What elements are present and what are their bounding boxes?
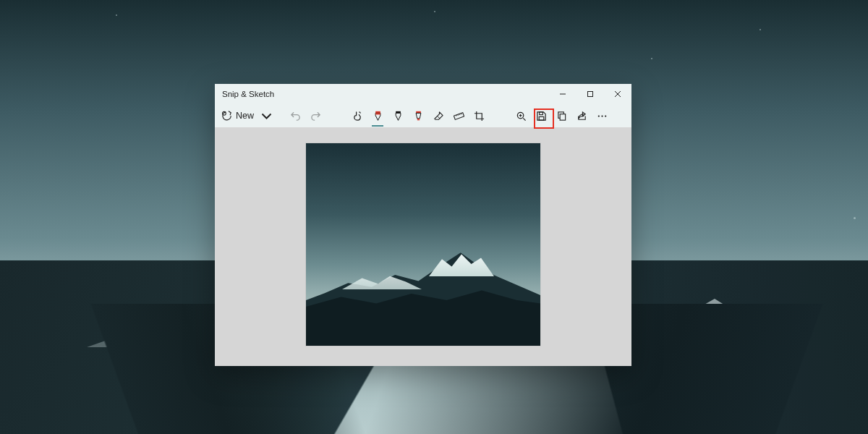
new-snip-label: New (236, 111, 254, 121)
more-icon (597, 111, 608, 122)
minimize-button[interactable] (549, 84, 576, 104)
captured-snip-image[interactable] (306, 143, 540, 346)
active-tool-underline (372, 125, 383, 127)
window-controls (549, 84, 631, 104)
svg-rect-7 (454, 112, 464, 119)
maximize-button[interactable] (576, 84, 604, 104)
redo-button[interactable] (305, 106, 326, 126)
touch-writing-button[interactable] (347, 106, 367, 126)
pencil-button[interactable] (388, 106, 408, 126)
crop-button[interactable] (469, 106, 489, 126)
copy-button[interactable] (551, 106, 571, 126)
more-button[interactable] (592, 106, 612, 126)
save-button[interactable] (531, 106, 551, 126)
zoom-icon (516, 111, 527, 122)
eraser-icon (433, 111, 444, 122)
ballpoint-pen-icon (373, 111, 383, 122)
title-bar[interactable]: Snip & Sketch (215, 84, 631, 104)
touch-writing-icon (352, 111, 363, 122)
minimize-icon (559, 90, 566, 98)
svg-rect-0 (588, 92, 593, 97)
share-icon (576, 111, 587, 122)
highlighter-button[interactable] (408, 106, 428, 126)
eraser-button[interactable] (428, 106, 448, 126)
ruler-button[interactable] (448, 106, 469, 126)
save-icon (536, 111, 547, 122)
ruler-icon (454, 111, 464, 122)
copy-icon (556, 111, 567, 122)
toolbar: New (215, 104, 631, 127)
close-icon (614, 90, 621, 98)
undo-button[interactable] (285, 106, 305, 126)
chevron-down-icon (261, 111, 272, 122)
new-snip-button[interactable]: New (219, 106, 258, 126)
close-button[interactable] (604, 84, 631, 104)
new-snip-dropdown[interactable] (258, 106, 275, 126)
svg-rect-6 (417, 118, 419, 120)
snip-and-sketch-window: Snip & Sketch New (215, 84, 631, 366)
redo-icon (310, 111, 321, 122)
undo-icon (290, 111, 301, 122)
canvas-area[interactable] (215, 127, 631, 366)
svg-point-1 (222, 111, 226, 115)
ballpoint-pen-button[interactable] (367, 106, 388, 126)
svg-point-13 (597, 115, 599, 116)
new-snip-icon (222, 111, 233, 122)
zoom-button[interactable] (511, 106, 531, 126)
svg-point-14 (601, 115, 603, 116)
crop-icon (474, 111, 485, 122)
window-title: Snip & Sketch (215, 90, 549, 98)
svg-rect-10 (539, 116, 544, 120)
maximize-icon (587, 90, 594, 98)
pencil-icon (393, 111, 404, 122)
highlighter-icon (413, 111, 424, 122)
svg-rect-12 (560, 114, 566, 119)
share-button[interactable] (571, 106, 592, 126)
svg-rect-3 (375, 113, 380, 114)
svg-point-15 (605, 115, 606, 116)
svg-rect-9 (539, 111, 542, 114)
